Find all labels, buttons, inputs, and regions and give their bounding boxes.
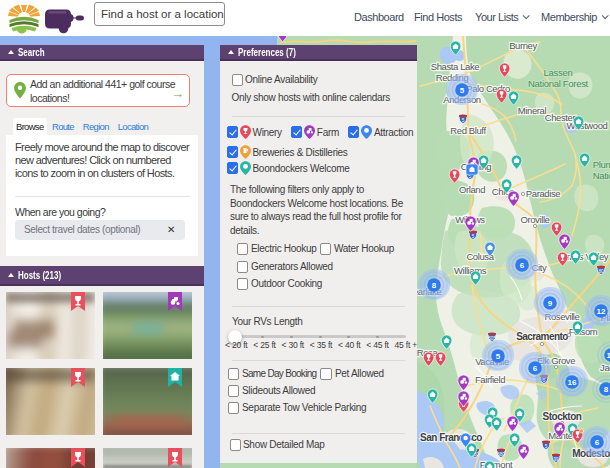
svg-text:Stockton: Stockton [543,411,582,422]
svg-text:12: 12 [597,307,606,316]
svg-text:Natio: Natio [593,170,610,181]
svg-text:Plum: Plum [593,159,610,170]
svg-text:Mineral: Mineral [518,105,547,116]
svg-text:16: 16 [568,378,577,387]
svg-text:Shasta Lake: Shasta Lake [431,61,480,72]
svg-text:5: 5 [472,234,475,239]
svg-text:505: 505 [488,336,496,341]
svg-text:Oroville: Oroville [520,214,549,225]
svg-text:Red Bluff: Red Bluff [450,125,486,136]
svg-text:5: 5 [545,444,548,449]
svg-text:Paradise: Paradise [526,188,560,199]
svg-text:9: 9 [548,299,553,308]
svg-text:6: 6 [595,438,600,447]
svg-text:99: 99 [553,457,559,462]
svg-text:Sacramento: Sacramento [516,331,568,342]
svg-text:Orland: Orland [459,184,485,195]
svg-text:5: 5 [462,118,465,123]
svg-text:Lassen: Lassen [544,67,573,78]
svg-text:5: 5 [460,86,465,95]
svg-text:Westwood: Westwood [567,120,608,131]
svg-text:National Forest: National Forest [528,78,589,89]
svg-text:Fairfield: Fairfield [475,374,505,385]
svg-text:8: 8 [432,281,437,290]
svg-text:680: 680 [497,452,505,457]
svg-text:6: 6 [533,364,538,373]
svg-text:5: 5 [496,352,501,361]
svg-text:12: 12 [607,351,610,360]
svg-text:6: 6 [520,261,525,270]
svg-text:80: 80 [598,269,604,274]
svg-text:Burney: Burney [509,40,537,51]
svg-text:San Francisco: San Francisco [420,432,482,443]
svg-text:8: 8 [604,385,609,394]
